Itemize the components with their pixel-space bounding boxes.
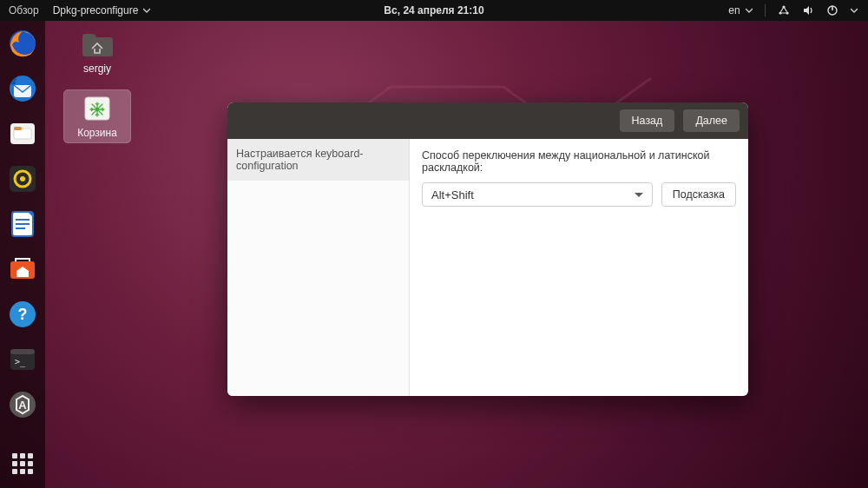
dialog-main: Способ переключения между национальной и… (410, 139, 748, 396)
chevron-down-icon (635, 193, 643, 197)
dock-item-thunderbird[interactable] (5, 71, 40, 106)
dock-item-ubuntu-software[interactable] (5, 252, 40, 287)
back-button[interactable]: Назад (620, 109, 675, 132)
power-icon[interactable] (826, 4, 838, 16)
app-menu[interactable]: Dpkg-preconfigure (53, 4, 151, 16)
dock-item-help[interactable]: ? (5, 297, 40, 332)
top-bar: Обзор Dpkg-preconfigure Вс, 24 апреля 21… (0, 0, 868, 21)
desktop-icon-home[interactable]: sergiy (64, 26, 130, 78)
dpkg-preconfigure-dialog: Назад Далее Настраивается keyboard-confi… (227, 102, 748, 396)
home-folder-icon (80, 30, 115, 59)
svg-point-1 (779, 11, 781, 14)
svg-rect-9 (14, 127, 22, 130)
dialog-titlebar: Назад Далее (227, 102, 748, 139)
hint-button[interactable]: Подсказка (661, 182, 736, 207)
trash-icon (80, 94, 115, 123)
activities-button[interactable]: Обзор (9, 4, 39, 16)
volume-icon[interactable] (802, 4, 814, 16)
clock[interactable]: Вс, 24 апреля 21:10 (384, 4, 483, 16)
desktop-icon-label: sergiy (83, 63, 111, 75)
language-indicator[interactable]: en (728, 4, 753, 16)
select-value: Alt+Shift (431, 188, 474, 201)
svg-text:?: ? (18, 306, 28, 323)
dock-item-firefox[interactable] (5, 26, 40, 61)
svg-point-2 (786, 11, 788, 14)
svg-point-12 (20, 176, 25, 181)
show-applications-button[interactable] (5, 446, 40, 481)
apps-grid-icon (12, 453, 33, 474)
dialog-sidebar: Настраивается keyboard-configuration (227, 139, 410, 396)
desktop-icon-trash[interactable]: Корзина (64, 90, 130, 142)
chevron-down-icon (746, 7, 753, 14)
dock: ? >_ A (0, 21, 45, 488)
chevron-down-icon (851, 7, 858, 14)
svg-text:A: A (18, 399, 27, 412)
dock-item-files[interactable] (5, 116, 40, 151)
dock-item-software-updater[interactable]: A (5, 387, 40, 422)
dock-item-terminal[interactable]: >_ (5, 342, 40, 377)
layout-switch-select[interactable]: Alt+Shift (422, 182, 653, 207)
divider (765, 4, 766, 16)
network-icon[interactable] (778, 4, 790, 16)
svg-text:>_: >_ (15, 357, 26, 367)
chevron-down-icon (143, 7, 150, 14)
app-menu-label: Dpkg-preconfigure (53, 4, 139, 16)
svg-rect-21 (10, 349, 35, 354)
sidebar-item-keyboard-configuration[interactable]: Настраивается keyboard-configuration (227, 139, 409, 181)
forward-button[interactable]: Далее (683, 109, 740, 132)
desktop-icon-label: Корзина (77, 127, 117, 139)
dialog-heading: Способ переключения между национальной и… (422, 149, 736, 174)
dock-item-rhythmbox[interactable] (5, 162, 40, 196)
dock-item-libreoffice-writer[interactable] (5, 207, 40, 241)
